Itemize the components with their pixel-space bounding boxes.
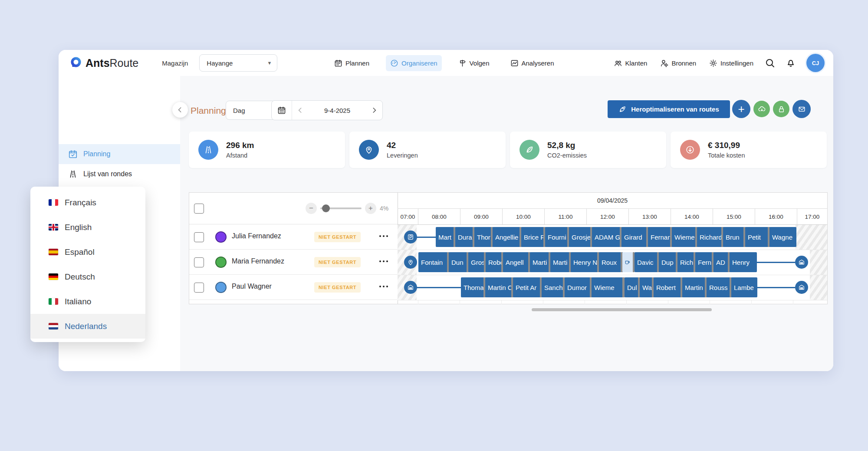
depot-start-parking-icon[interactable] [404, 230, 417, 244]
language-option-italiano[interactable]: Italiano [30, 289, 145, 314]
depot-end-warehouse-icon[interactable] [795, 256, 808, 269]
bell-icon[interactable] [786, 58, 796, 68]
language-option-espa-ol[interactable]: Español [30, 240, 145, 264]
warehouse-select[interactable]: Hayange ▼ [199, 54, 277, 72]
task-bar[interactable]: Marti [550, 252, 572, 272]
task-bar[interactable]: Dumor [565, 277, 592, 297]
task-bar[interactable]: Angell [503, 252, 531, 272]
nav-item-klanten[interactable]: Klanten [613, 57, 648, 69]
language-option-deutsch[interactable]: Deutsch [30, 264, 145, 289]
task-bar[interactable]: Marti [530, 252, 551, 272]
depot-end-warehouse-icon[interactable] [795, 281, 808, 294]
task-bar[interactable]: Wieme [592, 277, 625, 297]
main-content: Planning Dag ▼ 9-4-2025 Heroptimalise [180, 76, 833, 371]
signpost-icon [458, 59, 467, 67]
flag-en-icon [49, 224, 58, 230]
nav-item-plannen[interactable]: Plannen [330, 55, 374, 71]
add-button[interactable]: + [732, 100, 750, 118]
gantt-timeline-row-maria-fernandez: FontainDunGrosRobeAngellMartiMartiHenry … [398, 250, 827, 275]
task-bar[interactable]: Petit Ar [513, 277, 542, 297]
zoom-slider[interactable] [320, 207, 362, 209]
send-mail-button[interactable] [792, 100, 811, 118]
task-bar[interactable]: Henry N [571, 252, 600, 272]
gantt-left-header: − + 4% [189, 193, 398, 224]
select-all-checkbox[interactable] [194, 204, 204, 214]
task-bar[interactable]: Mart [436, 227, 456, 247]
zoom-level: 4% [380, 205, 388, 212]
stat-label: Leveringen [387, 152, 418, 159]
row-checkbox[interactable] [194, 283, 204, 293]
stat-value: 296 km [226, 141, 254, 150]
lock-button[interactable] [773, 101, 789, 117]
row-checkbox[interactable] [194, 257, 204, 267]
row-menu-button[interactable] [379, 235, 388, 237]
stat-value: 52,8 kg [547, 141, 587, 150]
gantt-zoom-control: − + 4% [306, 203, 388, 214]
nav-item-volgen[interactable]: Volgen [454, 55, 494, 71]
nav-item-bronnen[interactable]: Bronnen [659, 57, 697, 69]
task-bar[interactable]: Brun [723, 227, 746, 247]
next-day-button[interactable] [366, 101, 382, 120]
stat-value: 42 [387, 141, 418, 150]
zoom-slider-knob[interactable] [322, 204, 330, 212]
task-bar[interactable]: Grosje [569, 227, 593, 247]
task-bar[interactable]: Petit [745, 227, 770, 247]
task-bar[interactable]: Roux [599, 252, 623, 272]
prev-day-button[interactable] [292, 101, 309, 120]
task-bar[interactable]: Richard [697, 227, 724, 247]
gantt-row-maria-fernandez: Maria Fernandez NIET GESTART [189, 250, 398, 275]
horizontal-scrollbar[interactable] [532, 308, 712, 311]
reoptimize-routes-button[interactable]: Heroptimaliseren van routes [608, 100, 730, 118]
nav-right-items: KlantenBronnenInstellingen [613, 57, 754, 69]
task-bar[interactable]: Lambe [731, 277, 757, 297]
task-bar[interactable]: Thoma [461, 277, 486, 297]
task-bar[interactable]: Fourni [545, 227, 570, 247]
zoom-out-button[interactable]: − [306, 203, 317, 214]
task-bar[interactable]: Martin C [485, 277, 514, 297]
depot-start-warehouse-icon[interactable] [404, 281, 417, 294]
task-bar[interactable]: Henry [730, 252, 757, 272]
task-bar[interactable]: Wieme [672, 227, 698, 247]
task-bar[interactable]: Angellie [493, 227, 522, 247]
route-line [755, 287, 795, 288]
task-bar[interactable]: Sanch [542, 277, 566, 297]
row-menu-button[interactable] [379, 286, 388, 287]
gantt-date-header: 09/04/2025 [398, 193, 827, 209]
language-option-nederlands[interactable]: Nederlands [30, 314, 145, 339]
task-bar[interactable]: Martin [682, 277, 707, 297]
antsroute-logo[interactable]: AntsRoute [69, 56, 138, 69]
task-bar[interactable]: Dun [449, 252, 469, 272]
driver-name: Paul Wagner [232, 283, 272, 290]
task-bar[interactable]: Fernan [648, 227, 673, 247]
collapse-sidebar-button[interactable] [172, 102, 188, 118]
depot-start-pin-icon[interactable] [404, 256, 417, 269]
zoom-in-button[interactable]: + [365, 203, 376, 214]
nav-item-organiseren[interactable]: Organiseren [386, 55, 442, 71]
calendar-picker-button[interactable] [272, 101, 292, 120]
gantt-rows: MartDuraThorAngellieBrice FFourniGrosjeA… [398, 225, 827, 300]
break-slot[interactable] [622, 252, 633, 272]
nav-item-analyseren[interactable]: Analyseren [506, 55, 559, 71]
language-option-english[interactable]: English [30, 215, 145, 240]
gantt-row-paul-wagner: Paul Wagner NIET GESTART [189, 275, 398, 300]
task-bar[interactable]: Brice F [521, 227, 546, 247]
task-bar[interactable]: Girard [621, 227, 649, 247]
offshift-hatch [810, 250, 827, 275]
task-bar[interactable]: Wagne [769, 227, 796, 247]
sidebar-item-lijst-van-rondes[interactable]: Lijst van rondes [59, 164, 180, 184]
nav-item-instellingen[interactable]: Instellingen [708, 57, 754, 69]
row-menu-button[interactable] [379, 260, 388, 262]
export-cloud-button[interactable] [753, 101, 770, 117]
task-bar[interactable]: ADAM G [592, 227, 622, 247]
task-bar[interactable]: Robert [654, 277, 683, 297]
task-bar[interactable]: Rouss [707, 277, 732, 297]
search-icon[interactable] [765, 58, 775, 68]
row-checkbox[interactable] [194, 232, 204, 242]
sidebar-item-planning[interactable]: Planning [59, 144, 180, 164]
gear-icon [709, 59, 717, 67]
task-bar[interactable]: Davic [635, 252, 660, 272]
offshift-hatch [810, 275, 827, 300]
task-bar[interactable]: Fontain [418, 252, 450, 272]
language-option-fran-ais[interactable]: Français [30, 190, 145, 215]
user-avatar[interactable]: CJ [806, 54, 825, 72]
